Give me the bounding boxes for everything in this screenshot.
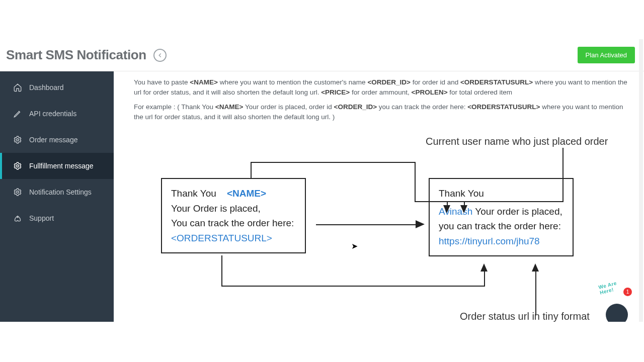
svg-point-3: [17, 217, 18, 218]
sidebar: Dashboard API credentials Order message …: [0, 71, 114, 322]
sidebar-item-label: Notification Settings: [29, 188, 92, 196]
header-bar: Smart SMS Notification Plan Activated: [0, 39, 644, 71]
help-paragraph-1: You have to paste <NAME> where you want …: [134, 77, 631, 97]
result-url: https://tinyurl.com/jhu78: [439, 234, 564, 248]
placeholder-prolen: <PROLEN>: [412, 88, 448, 96]
sidebar-item-api-credentials[interactable]: API credentials: [0, 101, 114, 127]
back-icon[interactable]: [153, 49, 167, 62]
plan-activated-button[interactable]: Plan Activated: [578, 47, 635, 63]
placeholder-name: <NAME>: [227, 188, 266, 199]
chat-bubble-icon: [606, 304, 628, 322]
sidebar-item-label: Fullfillment message: [29, 162, 94, 170]
sidebar-item-label: Dashboard: [29, 83, 64, 92]
svg-point-1: [17, 165, 19, 167]
sidebar-item-fulfillment-message[interactable]: Fullfillment message: [0, 153, 114, 179]
gear-icon: [13, 188, 22, 197]
chat-widget[interactable]: We Are Here! 1: [603, 287, 632, 316]
result-box: Thank You Avinash Your order is placed, …: [429, 178, 574, 256]
sidebar-item-label: API credentials: [29, 110, 76, 118]
svg-point-2: [17, 191, 19, 194]
sidebar-item-label: Support: [29, 214, 54, 222]
placeholder-orderstatusurl: <ORDERSTATUSURL>: [460, 78, 533, 86]
placeholder-order-id: <ORDER_ID>: [367, 78, 411, 86]
diagram: Current user name who just placed order …: [134, 136, 631, 322]
diagram-label-username: Current user name who just placed order: [426, 136, 608, 147]
sidebar-item-label: Order message: [29, 136, 77, 144]
help-paragraph-2: For example : ( Thank You <NAME> Your or…: [134, 102, 631, 122]
pencil-icon: [13, 109, 22, 118]
home-icon: [13, 83, 22, 92]
sidebar-item-dashboard[interactable]: Dashboard: [0, 74, 114, 101]
svg-point-0: [17, 139, 19, 141]
cursor-icon: ➤: [351, 241, 358, 251]
placeholder-name: <NAME>: [190, 78, 218, 86]
sidebar-item-notification-settings[interactable]: Notification Settings: [0, 179, 114, 205]
sidebar-item-order-message[interactable]: Order message: [0, 127, 114, 153]
placeholder-orderstatusurl: <ORDERSTATUSURL>: [171, 231, 296, 245]
scrollbar[interactable]: [639, 39, 643, 322]
template-box: Thank You <NAME> Your Order is placed, Y…: [161, 178, 306, 253]
placeholder-price: <PRICE>: [321, 88, 350, 96]
gear-icon: [13, 161, 22, 170]
diagram-label-url: Order status url in tiny format: [460, 311, 590, 322]
content-area: You have to paste <NAME> where you want …: [114, 71, 644, 322]
notification-badge: 1: [623, 288, 632, 296]
page-title: Smart SMS Notification: [6, 47, 146, 63]
rocket-icon: [13, 214, 22, 223]
sidebar-item-support[interactable]: Support: [0, 205, 114, 231]
gear-icon: [13, 135, 22, 144]
